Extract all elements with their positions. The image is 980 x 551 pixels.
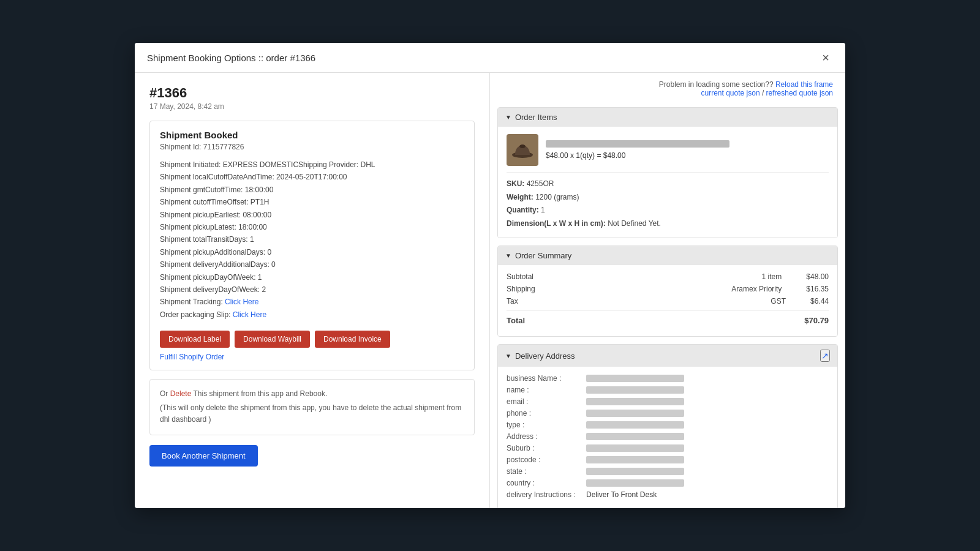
state-label: state : xyxy=(507,467,586,476)
shipment-booking-modal: Shipment Booking Options :: order #1366 … xyxy=(135,43,845,508)
info-line-3: Shipment gmtCutoffTime: 18:00:00 xyxy=(160,184,464,196)
product-bar: $48.00 x 1(qty) = $48.00 xyxy=(546,140,829,160)
info-line-4: Shipment cutoffTimeOffset: PT1H xyxy=(160,196,464,208)
suburb-row: Suburb : xyxy=(507,444,829,452)
sku-line: SKU: 4255OR xyxy=(507,178,829,191)
info-line-1: Shipment Initiated: EXPRESS DOMESTICShip… xyxy=(160,159,464,171)
phone-label: phone : xyxy=(507,409,586,418)
order-item-row: $48.00 x 1(qty) = $48.00 xyxy=(507,134,829,166)
close-button[interactable]: × xyxy=(818,50,833,65)
phone-row: phone : xyxy=(507,409,829,418)
delivery-instructions-row: delivery Instructions : Deliver To Front… xyxy=(507,490,829,499)
business-name-row: business Name : xyxy=(507,374,829,383)
type-row: type : xyxy=(507,421,829,429)
subtotal-items: 1 item xyxy=(762,272,782,281)
tracking-link[interactable]: Click Here xyxy=(225,298,258,306)
order-items-title: Order Items xyxy=(515,113,557,122)
type-bar xyxy=(586,421,684,429)
country-row: country : xyxy=(507,479,829,487)
shipment-booked-box: Shipment Booked Shipment Id: 7115777826 … xyxy=(149,121,475,370)
fulfill-shopify-link[interactable]: Fulfill Shopify Order xyxy=(160,353,464,361)
current-quote-link[interactable]: current quote json xyxy=(701,89,760,97)
delivery-address-title: Delivery Address xyxy=(515,351,575,361)
modal-body: #1366 17 May, 2024, 8:42 am Shipment Boo… xyxy=(135,73,845,508)
tax-label: Tax xyxy=(507,297,518,305)
product-image xyxy=(507,134,538,166)
shipment-id-label: Shipment Id: xyxy=(160,143,201,151)
order-items-arrow: ▼ xyxy=(505,114,511,121)
order-date: 17 May, 2024, 8:42 am xyxy=(149,102,475,111)
email-label: email : xyxy=(507,397,586,406)
suburb-label: Suburb : xyxy=(507,444,586,452)
info-line-2: Shipment localCutoffDateAndTime: 2024-05… xyxy=(160,171,464,183)
subtotal-label: Subtotal xyxy=(507,272,533,281)
reload-frame-link[interactable]: Reload this frame xyxy=(775,80,833,89)
order-summary-section: ▼ Order Summary Subtotal 1 item $48.00 S… xyxy=(497,246,838,337)
edit-address-button[interactable]: ↗ xyxy=(820,350,830,362)
order-id: #1366 xyxy=(149,85,475,101)
order-summary-title: Order Summary xyxy=(515,251,571,260)
delete-rebook-section: Or Delete This shipment from this app an… xyxy=(149,379,475,435)
weight-line: Weight: 1200 (grams) xyxy=(507,191,829,204)
delivery-instructions-value: Deliver To Front Desk xyxy=(586,490,657,499)
reload-link-area: Problem in loading some section?? Reload… xyxy=(490,73,845,100)
refreshed-quote-link[interactable]: refreshed quote json xyxy=(766,89,833,97)
state-bar xyxy=(586,468,684,475)
info-packaging-line: Order packaging Slip: Click Here xyxy=(160,309,464,321)
booked-title: Shipment Booked xyxy=(160,130,464,140)
book-another-shipment-button[interactable]: Book Another Shipment xyxy=(149,445,258,467)
left-panel: #1366 17 May, 2024, 8:42 am Shipment Boo… xyxy=(135,73,490,508)
svg-point-1 xyxy=(519,144,526,148)
packaging-link[interactable]: Click Here xyxy=(233,310,266,319)
download-invoice-button[interactable]: Download Invoice xyxy=(315,331,390,348)
sku-value: 4255OR xyxy=(527,179,554,188)
type-label: type : xyxy=(507,421,586,429)
download-waybill-button[interactable]: Download Waybill xyxy=(235,331,310,348)
tax-row: Tax GST $6.44 xyxy=(507,297,829,305)
phone-bar xyxy=(586,410,684,417)
order-items-section: ▼ Order Items xyxy=(497,107,838,238)
delete-prefix: Or xyxy=(160,389,168,398)
order-items-content: $48.00 x 1(qty) = $48.00 SKU: 4255OR Wei… xyxy=(498,127,837,238)
download-buttons-row: Download Label Download Waybill Download… xyxy=(160,331,464,348)
info-line-6: Shipment pickupLatest: 18:00:00 xyxy=(160,221,464,233)
shipment-info-lines: Shipment Initiated: EXPRESS DOMESTICShip… xyxy=(160,159,464,321)
total-label: Total xyxy=(507,316,525,325)
shipping-provider: Aramex Priority xyxy=(731,285,782,293)
info-line-7: Shipment totalTransitDays: 1 xyxy=(160,233,464,246)
modal-header: Shipment Booking Options :: order #1366 … xyxy=(135,43,845,73)
info-tracking-line: Shipment Tracking: Click Here xyxy=(160,296,464,308)
email-row: email : xyxy=(507,397,829,406)
postcode-bar xyxy=(586,456,684,463)
address-label-el: Address : xyxy=(507,432,586,441)
download-label-button[interactable]: Download Label xyxy=(160,331,230,348)
delete-link[interactable]: Delete xyxy=(170,389,192,398)
country-label: country : xyxy=(507,479,586,487)
suburb-bar xyxy=(586,444,684,452)
shipment-id-value: 7115777826 xyxy=(203,143,244,151)
delete-suffix: This shipment from this app and Rebook. xyxy=(194,389,328,398)
quantity-label: Quantity: xyxy=(507,206,539,214)
business-name-bar xyxy=(586,375,684,382)
delivery-arrow: ▼ xyxy=(505,353,511,359)
quantity-line: Quantity: 1 xyxy=(507,204,829,217)
weight-label: Weight: xyxy=(507,193,533,201)
name-label: name : xyxy=(507,386,586,394)
product-price: $48.00 x 1(qty) = $48.00 xyxy=(546,151,829,160)
sku-label: SKU: xyxy=(507,179,524,188)
order-summary-header: ▼ Order Summary xyxy=(498,246,837,265)
delete-note: (This will only delete the shipment from… xyxy=(160,402,464,425)
tax-type: GST xyxy=(771,297,786,305)
product-name-bar xyxy=(546,140,729,148)
modal-title: Shipment Booking Options :: order #1366 xyxy=(147,53,315,63)
link-separator: / xyxy=(762,89,766,97)
subtotal-row: Subtotal 1 item $48.00 xyxy=(507,272,829,281)
total-row: Total $70.79 xyxy=(507,316,829,325)
shipping-amount: $16.35 xyxy=(806,285,829,293)
product-details: SKU: 4255OR Weight: 1200 (grams) Quantit… xyxy=(507,178,829,230)
delete-section-text: Or Delete This shipment from this app an… xyxy=(160,388,464,400)
total-amount: $70.79 xyxy=(804,316,829,325)
shipment-id-line: Shipment Id: 7115777826 xyxy=(160,143,464,151)
info-line-10: Shipment pickupDayOfWeek: 1 xyxy=(160,271,464,283)
shipping-label: Shipping xyxy=(507,285,535,293)
